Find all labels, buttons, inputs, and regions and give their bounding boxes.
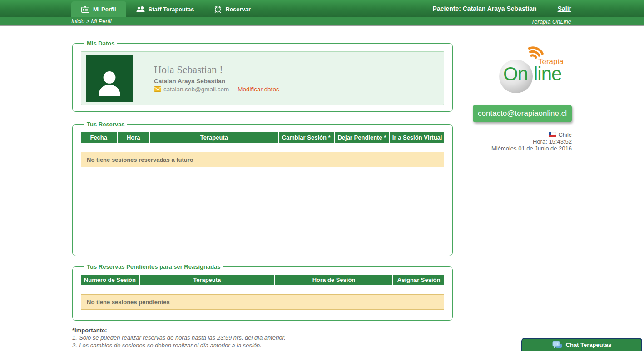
mis-datos-legend: Mis Datos [84, 40, 117, 47]
top-navigation-bar: Mi Perfil Staff Terapeutas [0, 0, 644, 17]
country-label: Chile [558, 131, 572, 138]
tus-reservas-legend: Tus Reservas [84, 121, 127, 128]
column-header-dejar-pendiente: Dejar Pendiente * [335, 132, 390, 143]
time-label: Hora: 15:43:52 [473, 138, 572, 145]
envelope-icon [154, 86, 161, 92]
tus-reservas-section: Tus Reservas Fecha Hora Terapeuta Cambia… [72, 121, 453, 256]
column-header-numero-sesion: Numero de Sesión [81, 275, 139, 285]
logo-text-on: On [503, 63, 528, 85]
logo-text-terapia: Terapia [538, 57, 564, 66]
patient-label: Paciente: Catalan Araya Sebastian [433, 5, 537, 12]
full-name: Catalan Araya Sebastian [154, 78, 279, 85]
alarm-clock-icon [214, 5, 222, 13]
sidebar-column: On line Terapia contacto@terapiaonline.c… [473, 26, 572, 349]
mis-datos-section: Mis Datos Hola Sebastian ! Catalan Araya… [72, 40, 453, 112]
user-info-block: Hola Sebastian ! Catalan Araya Sebastian… [154, 64, 279, 93]
chile-flag-icon [549, 132, 556, 137]
reservas-pendientes-section: Tus Reservas Pendientes para ser Reasign… [72, 263, 453, 321]
pendientes-empty-message: No tiene sesiones pendientes [81, 294, 444, 310]
nav-right-group: Paciente: Catalan Araya Sebastian Salir [433, 0, 571, 17]
chat-terapeutas-button[interactable]: Chat Terapeutas [521, 338, 642, 351]
chat-bubble-icon [552, 341, 562, 349]
person-silhouette-icon [94, 66, 125, 102]
column-header-terapeuta: Terapeuta [150, 132, 278, 143]
page-container: Mis Datos Hola Sebastian ! Catalan Araya… [72, 26, 572, 349]
id-card-icon [81, 6, 89, 13]
email-line: catalan.seb@gmail.com Modificar datos [154, 86, 279, 93]
contact-email-button[interactable]: contacto@terapiaonline.cl [473, 105, 572, 122]
column-header-ir-sesion-virtual: Ir a Sesión Virtual [390, 132, 444, 143]
reservas-pendientes-legend: Tus Reservas Pendientes para ser Reasign… [84, 263, 223, 270]
avatar [86, 55, 133, 102]
column-header-terapeuta: Terapeuta [140, 275, 274, 285]
greeting-text: Hola Sebastian ! [154, 64, 279, 76]
column-header-asignar-sesion: Asignar Sesión [393, 275, 444, 285]
reservas-empty-message: No tiene sesiones reservadas a futuro [81, 152, 444, 167]
tab-label: Reservar [225, 6, 251, 13]
column-header-hora-sesion: Hora de Sesión [275, 275, 393, 285]
note-item: 2.-Los cambios de sesiones se deben real… [72, 341, 453, 349]
column-header-cambiar-sesion: Cambiar Sesión * [279, 132, 334, 143]
note-item: 1.-Sólo se pueden realizar reservas de h… [72, 334, 453, 341]
tab-reservar[interactable]: Reservar [204, 1, 261, 17]
date-label: Miércoles 01 de Junio de 2016 [473, 145, 572, 152]
chat-button-label: Chat Terapeutas [566, 341, 612, 348]
people-icon [136, 6, 145, 12]
pendientes-table-header: Numero de Sesión Terapeuta Hora de Sesió… [81, 275, 444, 285]
main-column: Mis Datos Hola Sebastian ! Catalan Araya… [72, 26, 453, 349]
logo-text-line: line [534, 63, 561, 85]
site-name: Terapia OnLine [531, 18, 571, 25]
important-notes: *Importante: 1.-Sólo se pueden realizar … [72, 327, 453, 349]
tab-label: Staff Terapeutas [149, 6, 194, 13]
breadcrumb[interactable]: Inicio > Mi Perfil [71, 18, 112, 25]
breadcrumb-bar: Inicio > Mi Perfil Terapia OnLine [0, 17, 644, 26]
logout-link[interactable]: Salir [558, 5, 571, 12]
tab-label: Mi Perfil [93, 6, 116, 13]
reservas-table-header: Fecha Hora Terapeuta Cambiar Sesión * De… [81, 132, 444, 143]
column-header-hora: Hora [118, 132, 149, 143]
terapia-online-logo: On line Terapia [499, 47, 572, 92]
column-header-fecha: Fecha [81, 132, 117, 143]
country-line: Chile [473, 131, 572, 138]
tab-staff-terapeutas[interactable]: Staff Terapeutas [126, 1, 204, 17]
modify-data-link[interactable]: Modificar datos [238, 86, 279, 93]
email-address: catalan.seb@gmail.com [163, 86, 229, 93]
notes-title: *Importante: [72, 327, 453, 334]
locale-info: Chile Hora: 15:43:52 Miércoles 01 de Jun… [473, 131, 572, 152]
mis-datos-panel: Hola Sebastian ! Catalan Araya Sebastian… [81, 51, 444, 105]
tab-mi-perfil[interactable]: Mi Perfil [71, 1, 126, 17]
